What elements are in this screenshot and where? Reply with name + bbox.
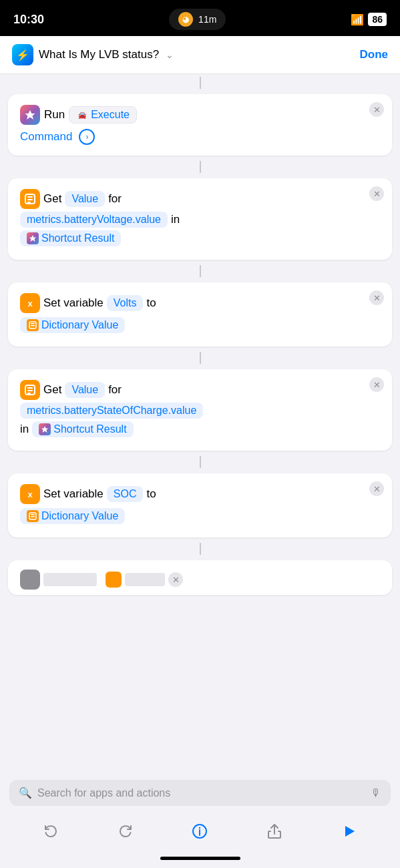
shortcut-title: What Is My LVB status? — [39, 48, 159, 61]
command-label: Command — [20, 130, 72, 144]
action-get-voltage: Get Value for metrics.batteryVoltage.val… — [8, 178, 392, 260]
get-soc-row3: in Shortcut Result — [20, 421, 380, 437]
action-run-command: Run 🚘 Execute Command › ✕ — [8, 94, 392, 156]
to-label-2: to — [146, 487, 156, 501]
for-label-1: for — [108, 192, 122, 206]
run-button[interactable] — [335, 817, 364, 846]
dict-icon-2 — [27, 510, 39, 522]
battery-indicator: 86 — [368, 13, 387, 26]
search-icon: 🔍 — [19, 787, 32, 799]
status-right: 📶 86 — [351, 13, 387, 26]
execute-token[interactable]: 🚘 Execute — [69, 106, 137, 124]
set-volts-row: x Set variable Volts to — [20, 293, 380, 313]
set-soc-row2: Dictionary Value — [20, 508, 380, 524]
timer-label: 11m — [198, 14, 216, 25]
get-value-icon-2 — [20, 380, 40, 400]
run-command-row1: Run 🚘 Execute — [20, 105, 380, 125]
get-voltage-row2: metrics.batteryVoltage.value in — [20, 212, 380, 228]
action-partial: ✕ — [8, 560, 392, 595]
partial-orange-icon — [106, 572, 122, 588]
redo-button[interactable] — [111, 817, 140, 846]
get-label-1: Get — [43, 192, 61, 206]
shortcut-result-token-1[interactable]: Shortcut Result — [20, 230, 121, 246]
for-label-2: for — [108, 383, 122, 397]
metrics-key-2[interactable]: metrics.batteryStateOfCharge.value — [20, 403, 203, 419]
status-time: 10:30 — [13, 13, 44, 27]
remove-action-button-2[interactable]: ✕ — [369, 186, 384, 201]
remove-action-button[interactable]: ✕ — [369, 102, 384, 117]
to-label-1: to — [146, 296, 156, 310]
action-set-volts: x Set variable Volts to Dictionary Value… — [8, 282, 392, 347]
partial-placeholder — [43, 573, 97, 586]
svg-rect-3 — [27, 202, 31, 203]
variable-icon-2: x — [20, 484, 40, 504]
get-label-2: Get — [43, 383, 61, 397]
home-bar — [160, 857, 240, 860]
variable-icon-1: x — [20, 293, 40, 313]
nav-left: ⚡ What Is My LVB status? ⌄ — [12, 44, 174, 65]
shortcut-result-token-2[interactable]: Shortcut Result — [32, 421, 133, 437]
partial-icon — [20, 570, 40, 590]
share-button[interactable] — [260, 817, 289, 846]
connector-1 — [8, 158, 392, 176]
top-nav: ⚡ What Is My LVB status? ⌄ Done — [0, 36, 400, 74]
status-center: ◕ 11m — [169, 9, 226, 30]
dict-value-token-2[interactable]: Dictionary Value — [20, 508, 125, 524]
shortcut-app-icon: ⚡ — [12, 44, 33, 65]
set-variable-label-1: Set variable — [43, 296, 104, 310]
volts-token[interactable]: Volts — [107, 295, 144, 311]
svg-rect-2 — [27, 199, 33, 200]
wifi-icon: 📶 — [351, 13, 364, 26]
run-label: Run — [44, 108, 65, 122]
action-set-soc: x Set variable SOC to Dictionary Value ✕ — [8, 473, 392, 537]
expand-icon[interactable]: › — [79, 129, 95, 145]
shortcuts-mini-icon-1 — [27, 232, 39, 244]
battery-level: 86 — [372, 14, 383, 25]
get-voltage-row3: Shortcut Result — [20, 230, 380, 246]
set-volts-row2: Dictionary Value — [20, 317, 380, 333]
car-icon: 🚘 — [76, 109, 88, 121]
search-input[interactable]: Search for apps and actions — [37, 787, 365, 799]
action-get-soc: Get Value for metrics.batteryStateOfChar… — [8, 369, 392, 451]
done-button[interactable]: Done — [360, 48, 389, 61]
connector-5 — [8, 540, 392, 558]
svg-rect-13 — [31, 516, 35, 517]
search-container: 🔍 Search for apps and actions 🎙 — [0, 773, 400, 810]
get-value-icon-1 — [20, 189, 40, 209]
remove-action-button-5[interactable]: ✕ — [369, 481, 384, 496]
soc-token[interactable]: SOC — [107, 486, 144, 502]
shortcuts-icon — [20, 105, 40, 125]
svg-rect-10 — [27, 393, 31, 394]
dict-icon-1 — [27, 319, 39, 331]
svg-rect-8 — [27, 387, 33, 389]
bottom-area: 🔍 Search for apps and actions 🎙 — [0, 773, 400, 868]
svg-rect-12 — [31, 514, 35, 515]
value-token-1[interactable]: Value — [65, 191, 105, 207]
in-label-2: in — [20, 423, 29, 436]
metrics-key-1[interactable]: metrics.batteryVoltage.value — [20, 212, 168, 228]
connector-2 — [8, 262, 392, 280]
set-variable-label-2: Set variable — [43, 487, 104, 501]
partial-close[interactable]: ✕ — [168, 572, 183, 587]
svg-rect-6 — [31, 325, 35, 327]
value-token-2[interactable]: Value — [65, 382, 105, 398]
connector-3 — [8, 349, 392, 367]
partial-placeholder-2 — [125, 573, 165, 586]
get-voltage-row1: Get Value for — [20, 189, 380, 209]
set-soc-row: x Set variable SOC to — [20, 484, 380, 504]
remove-action-button-3[interactable]: ✕ — [369, 290, 384, 305]
undo-button[interactable] — [36, 817, 65, 846]
microphone-icon[interactable]: 🎙 — [371, 787, 381, 799]
timer-icon: ◕ — [178, 12, 193, 27]
info-button[interactable] — [185, 817, 214, 846]
connector-top — [8, 74, 392, 91]
remove-action-button-4[interactable]: ✕ — [369, 377, 384, 392]
chevron-down-icon[interactable]: ⌄ — [166, 49, 174, 60]
dict-value-token-1[interactable]: Dictionary Value — [20, 317, 125, 333]
svg-rect-1 — [27, 196, 33, 198]
bottom-toolbar — [0, 810, 400, 851]
search-bar[interactable]: 🔍 Search for apps and actions 🎙 — [9, 780, 391, 806]
in-label-1: in — [171, 213, 180, 226]
run-command-row2: Command › — [20, 129, 380, 145]
get-soc-row2: metrics.batteryStateOfCharge.value — [20, 403, 380, 419]
